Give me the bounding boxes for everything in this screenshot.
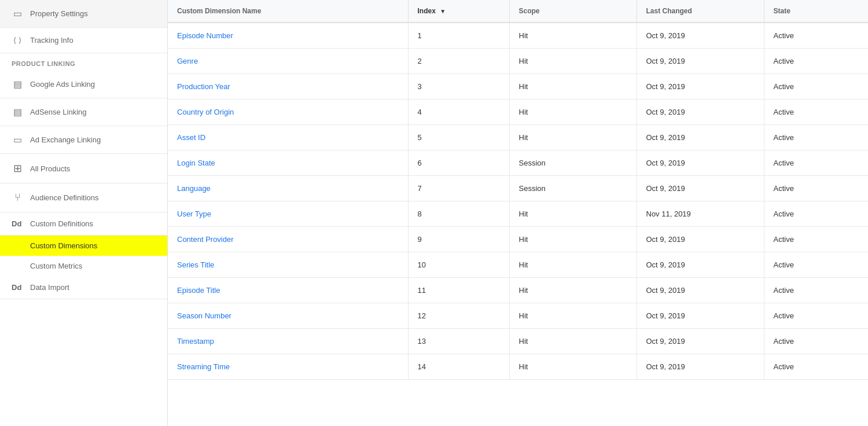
- dimension-name-cell[interactable]: Language: [168, 176, 408, 201]
- dimension-index-cell: 3: [408, 74, 509, 100]
- sidebar-item-tracking-info[interactable]: ⟨ ⟩ Tracking Info: [0, 28, 167, 53]
- sidebar-item-label: Property Settings: [30, 9, 88, 18]
- sidebar-subitem-label: Custom Metrics: [30, 262, 82, 270]
- sidebar-item-label: All Products: [30, 164, 70, 173]
- sidebar-item-data-import[interactable]: Dd Data Import: [0, 276, 167, 299]
- dimension-scope-cell: Hit: [509, 354, 637, 380]
- dimension-index-cell: 14: [408, 354, 509, 380]
- google-ads-icon: ▤: [12, 79, 23, 90]
- dimension-name-cell[interactable]: Streaming Time: [168, 354, 408, 380]
- dimension-index-cell: 2: [408, 49, 509, 74]
- col-header-state: State: [764, 0, 868, 23]
- dimension-name-cell[interactable]: Episode Number: [168, 23, 408, 49]
- sidebar-item-custom-dimensions[interactable]: Custom Dimensions: [0, 236, 167, 256]
- col-header-scope: Scope: [509, 0, 637, 23]
- sidebar-item-label: Custom Definitions: [30, 219, 93, 228]
- sidebar-item-custom-metrics[interactable]: Custom Metrics: [0, 256, 167, 276]
- dimension-last-changed-cell: Oct 9, 2019: [637, 303, 764, 329]
- sidebar: ▭ Property Settings ⟨ ⟩ Tracking Info PR…: [0, 0, 168, 426]
- dimension-last-changed-cell: Oct 9, 2019: [637, 150, 764, 176]
- dimension-state-cell: Active: [764, 303, 868, 329]
- dimension-scope-cell: Hit: [509, 227, 637, 252]
- tracking-info-icon: ⟨ ⟩: [12, 36, 23, 45]
- sidebar-item-property-settings[interactable]: ▭ Property Settings: [0, 0, 167, 28]
- dimension-scope-cell: Hit: [509, 329, 637, 354]
- table-row: Streaming Time14HitOct 9, 2019Active: [168, 354, 868, 380]
- dimension-scope-cell: Hit: [509, 201, 637, 227]
- dimension-scope-cell: Session: [509, 176, 637, 201]
- dimension-name-cell[interactable]: Timestamp: [168, 329, 408, 354]
- dimension-state-cell: Active: [764, 100, 868, 125]
- table-row: Language7SessionOct 9, 2019Active: [168, 176, 868, 201]
- table-row: Episode Title11HitOct 9, 2019Active: [168, 278, 868, 303]
- dimension-state-cell: Active: [764, 74, 868, 100]
- dimension-index-cell: 11: [408, 278, 509, 303]
- dimension-last-changed-cell: Oct 9, 2019: [637, 23, 764, 49]
- dimension-state-cell: Active: [764, 150, 868, 176]
- sidebar-item-adsense[interactable]: ▤ AdSense Linking: [0, 98, 167, 126]
- dimension-name-cell[interactable]: Content Provider: [168, 227, 408, 252]
- custom-dimensions-table: Custom Dimension Name Index ▼ Scope Last…: [168, 0, 868, 380]
- sidebar-item-label: Audience Definitions: [30, 193, 99, 202]
- product-linking-section-label: PRODUCT LINKING: [0, 53, 167, 71]
- dimension-last-changed-cell: Oct 9, 2019: [637, 329, 764, 354]
- sidebar-item-all-products[interactable]: ⊞ All Products: [0, 154, 167, 183]
- dimension-index-cell: 12: [408, 303, 509, 329]
- dimension-scope-cell: Hit: [509, 100, 637, 125]
- sidebar-item-label: Data Import: [30, 283, 69, 292]
- dimension-state-cell: Active: [764, 252, 868, 278]
- dimension-name-cell[interactable]: Episode Title: [168, 278, 408, 303]
- dimension-last-changed-cell: Oct 9, 2019: [637, 227, 764, 252]
- dimension-name-cell[interactable]: Country of Origin: [168, 100, 408, 125]
- adsense-icon: ▤: [12, 106, 23, 117]
- dimension-scope-cell: Hit: [509, 74, 637, 100]
- dimension-last-changed-cell: Oct 9, 2019: [637, 125, 764, 150]
- all-products-icon: ⊞: [12, 162, 23, 175]
- dimension-name-cell[interactable]: Season Number: [168, 303, 408, 329]
- dimension-scope-cell: Hit: [509, 125, 637, 150]
- dimension-name-cell[interactable]: Login State: [168, 150, 408, 176]
- data-import-icon: Dd: [12, 283, 23, 292]
- dimension-name-cell[interactable]: Asset ID: [168, 125, 408, 150]
- table-header-row: Custom Dimension Name Index ▼ Scope Last…: [168, 0, 868, 23]
- dimension-name-cell[interactable]: Genre: [168, 49, 408, 74]
- table-row: Login State6SessionOct 9, 2019Active: [168, 150, 868, 176]
- dimension-state-cell: Active: [764, 278, 868, 303]
- dimension-index-cell: 8: [408, 201, 509, 227]
- dimension-state-cell: Active: [764, 125, 868, 150]
- sidebar-item-custom-definitions[interactable]: Dd Custom Definitions: [0, 212, 167, 236]
- custom-definitions-icon: Dd: [12, 219, 23, 228]
- sidebar-subitem-label: Custom Dimensions: [30, 241, 97, 250]
- dimension-name-cell[interactable]: Series Title: [168, 252, 408, 278]
- dimension-name-cell[interactable]: User Type: [168, 201, 408, 227]
- table-row: Episode Number1HitOct 9, 2019Active: [168, 23, 868, 49]
- dimension-scope-cell: Hit: [509, 252, 637, 278]
- table-row: Timestamp13HitOct 9, 2019Active: [168, 329, 868, 354]
- table-row: Genre2HitOct 9, 2019Active: [168, 49, 868, 74]
- ad-exchange-icon: ▭: [12, 134, 23, 145]
- table-row: Season Number12HitOct 9, 2019Active: [168, 303, 868, 329]
- sidebar-item-label: Google Ads Linking: [30, 80, 95, 89]
- dimension-index-cell: 6: [408, 150, 509, 176]
- col-header-index[interactable]: Index ▼: [408, 0, 509, 23]
- main-content: Custom Dimension Name Index ▼ Scope Last…: [168, 0, 868, 426]
- dimension-last-changed-cell: Oct 9, 2019: [637, 278, 764, 303]
- dimension-index-cell: 7: [408, 176, 509, 201]
- sidebar-item-ad-exchange[interactable]: ▭ Ad Exchange Linking: [0, 126, 167, 154]
- sidebar-item-google-ads[interactable]: ▤ Google Ads Linking: [0, 71, 167, 98]
- dimension-scope-cell: Hit: [509, 49, 637, 74]
- dimension-last-changed-cell: Nov 11, 2019: [637, 201, 764, 227]
- sidebar-item-audience-definitions[interactable]: ⑂ Audience Definitions: [0, 183, 167, 212]
- dimension-scope-cell: Hit: [509, 303, 637, 329]
- dimension-state-cell: Active: [764, 201, 868, 227]
- dimension-index-cell: 4: [408, 100, 509, 125]
- sidebar-item-label: Tracking Info: [30, 36, 73, 45]
- dimension-state-cell: Active: [764, 176, 868, 201]
- dimension-index-cell: 13: [408, 329, 509, 354]
- dimension-scope-cell: Hit: [509, 23, 637, 49]
- col-header-last-changed: Last Changed: [637, 0, 764, 23]
- dimension-last-changed-cell: Oct 9, 2019: [637, 100, 764, 125]
- dimension-index-cell: 9: [408, 227, 509, 252]
- dimension-scope-cell: Session: [509, 150, 637, 176]
- dimension-name-cell[interactable]: Production Year: [168, 74, 408, 100]
